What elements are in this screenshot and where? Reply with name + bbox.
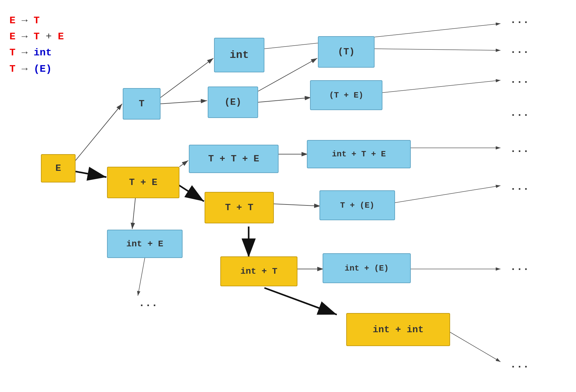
svg-line-9	[274, 204, 320, 206]
node-T-plus-T: T + T	[205, 192, 274, 223]
dots-4: ...	[510, 107, 529, 119]
svg-line-3	[76, 171, 106, 177]
node-T: T	[123, 88, 161, 120]
grammar-rules: E → T E → T + E T → int T → (E)	[9, 13, 64, 77]
svg-line-8	[132, 198, 135, 229]
rule-4: T → (E)	[9, 61, 64, 77]
svg-line-5	[161, 101, 207, 104]
svg-line-15	[258, 98, 311, 102]
svg-line-18	[381, 80, 500, 93]
node-int-plus-T: int + T	[220, 256, 297, 286]
node-paren-T: (T)	[318, 36, 375, 68]
node-int-plus-T-plus-E: int + T + E	[307, 140, 411, 168]
node-T-plus-paren-E: T + (E)	[319, 190, 395, 220]
dots-8: ...	[510, 261, 529, 273]
svg-line-22	[447, 330, 500, 362]
svg-line-6	[179, 160, 188, 167]
svg-line-17	[375, 49, 500, 50]
node-int: int	[214, 38, 264, 72]
node-int-plus-E: int + E	[107, 230, 183, 258]
svg-line-16	[264, 24, 500, 49]
node-paren-E: (E)	[208, 87, 258, 118]
dots-2: ...	[510, 44, 529, 56]
svg-line-21	[138, 258, 145, 296]
node-E: E	[41, 154, 76, 182]
svg-line-20	[393, 186, 500, 203]
node-T-plus-T-plus-E: T + T + E	[189, 145, 279, 173]
arrows-svg	[0, 0, 576, 392]
rule-1: E → T	[9, 13, 64, 29]
dots-6: ...	[510, 181, 529, 193]
dots-5: ...	[510, 143, 529, 155]
rule-2: E → T + E	[9, 29, 64, 45]
rule-3: T → int	[9, 45, 64, 61]
dots-7: ...	[138, 297, 158, 309]
node-paren-T-plus-E: (T + E)	[310, 80, 382, 110]
dots-1: ...	[510, 14, 529, 26]
dots-9: ...	[510, 359, 529, 371]
node-T-plus-E: T + E	[107, 167, 179, 198]
dots-3: ...	[510, 74, 529, 86]
svg-line-14	[258, 58, 317, 91]
svg-line-2	[76, 104, 122, 160]
svg-line-11	[264, 288, 337, 315]
node-int-plus-paren-E: int + (E)	[323, 253, 411, 283]
node-int-plus-int: int + int	[346, 313, 450, 346]
svg-line-4	[161, 58, 213, 98]
